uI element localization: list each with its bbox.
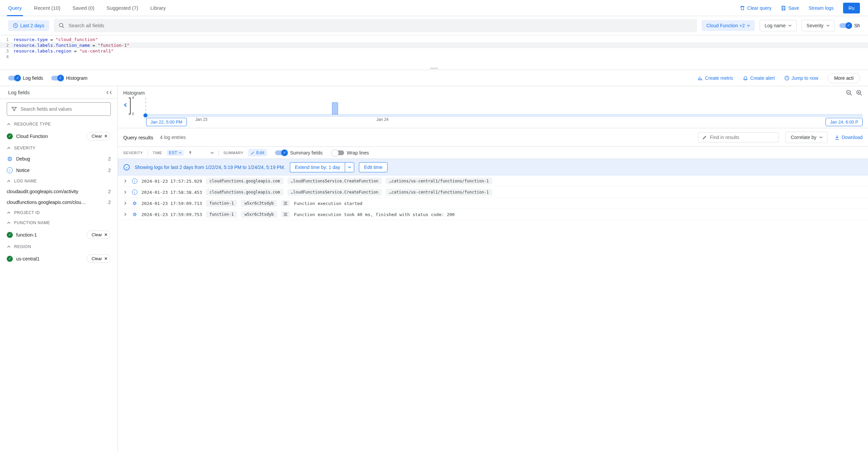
field-cloud-function[interactable]: ✓ Cloud Function Clear✕ bbox=[0, 129, 118, 143]
severity-dropdown[interactable]: Severity bbox=[801, 20, 835, 31]
histogram-toggle[interactable]: Histogram bbox=[51, 75, 88, 81]
search-all-fields[interactable] bbox=[54, 19, 697, 32]
expand-icon[interactable] bbox=[123, 201, 128, 205]
clear-function-name[interactable]: Clear✕ bbox=[87, 230, 111, 239]
editor-line[interactable]: 2resource.labels.function_name = "functi… bbox=[0, 42, 868, 48]
caret-down-icon[interactable] bbox=[211, 151, 214, 155]
show-query-toggle[interactable]: Sh bbox=[839, 23, 860, 28]
log-timestamp: 2024-01-23 17:59:09.713 bbox=[142, 201, 202, 206]
find-input[interactable] bbox=[710, 135, 774, 140]
sort-asc-icon[interactable] bbox=[188, 151, 192, 155]
log-chip[interactable]: …cations/us-central1/functions/function-… bbox=[386, 189, 492, 196]
tab-recent[interactable]: Recent (10) bbox=[34, 0, 60, 16]
zoom-out-icon[interactable] bbox=[846, 90, 852, 96]
timezone-selector[interactable]: EST bbox=[167, 150, 184, 156]
histogram-end-date[interactable]: Jan 24, 6:00 P bbox=[826, 118, 863, 126]
edit-summary-button[interactable]: Edit bbox=[248, 149, 267, 157]
search-fields-box[interactable] bbox=[7, 102, 111, 116]
log-chip[interactable]: …cations/us-central1/functions/function-… bbox=[386, 178, 492, 185]
editor-line[interactable]: 3resource.labels.region = "us-central1" bbox=[0, 48, 868, 54]
query-editor[interactable]: 1resource.type = "cloud_function"2resour… bbox=[0, 35, 868, 70]
results-title: Query results bbox=[123, 135, 153, 140]
resource-filter-dropdown[interactable]: Cloud Function +2 bbox=[702, 20, 755, 31]
log-message: Function execution started bbox=[294, 201, 363, 206]
info-icon: i bbox=[132, 179, 137, 184]
editor-line[interactable]: 4 bbox=[0, 54, 868, 60]
extend-time-button[interactable]: Extend time by: 1 day bbox=[290, 162, 345, 172]
section-log-name[interactable]: LOG NAME bbox=[0, 176, 118, 186]
log-entry-row[interactable]: 2024-01-23 17:59:09.713function-1 w5xr6c… bbox=[118, 198, 868, 209]
edit-time-button[interactable]: Edit time bbox=[359, 162, 387, 172]
align-icon[interactable] bbox=[281, 212, 290, 218]
tab-library[interactable]: Library bbox=[151, 0, 166, 16]
section-function-name[interactable]: FUNCTION NAME bbox=[0, 218, 118, 228]
field-cloudaudit[interactable]: cloudaudit.googleapis.com/activity 2 bbox=[0, 186, 118, 197]
search-icon bbox=[59, 23, 65, 29]
section-severity[interactable]: SEVERITY bbox=[0, 143, 118, 153]
stream-logs-button[interactable]: Stream logs bbox=[808, 5, 834, 11]
download-icon bbox=[834, 135, 840, 140]
download-button[interactable]: Download bbox=[834, 135, 863, 140]
field-cloudfunctions-log[interactable]: cloudfunctions.googleapis.com/cloud-func… bbox=[0, 197, 118, 208]
collapse-sidebar-button[interactable] bbox=[106, 90, 112, 95]
field-debug[interactable]: Debug 2 bbox=[0, 153, 118, 165]
log-entry-row[interactable]: 2024-01-23 17:59:09.753function-1 w5xr6c… bbox=[118, 209, 868, 220]
tab-saved[interactable]: Saved (0) bbox=[72, 0, 94, 16]
pencil-icon bbox=[251, 151, 255, 155]
expand-icon[interactable] bbox=[123, 213, 128, 217]
expand-icon[interactable] bbox=[123, 190, 128, 194]
clear-resource-type[interactable]: Clear✕ bbox=[87, 132, 111, 140]
log-chip[interactable]: …loudFunctionsService.CreateFunction bbox=[287, 189, 382, 196]
jump-to-now-button[interactable]: Jump to now bbox=[784, 75, 818, 81]
field-function-1[interactable]: ✓ function-1 Clear✕ bbox=[0, 228, 118, 241]
search-fields-input[interactable] bbox=[21, 106, 106, 112]
clear-query-button[interactable]: Clear query bbox=[740, 5, 771, 11]
log-chip[interactable]: function-1 bbox=[206, 211, 237, 218]
expand-icon[interactable] bbox=[123, 179, 128, 183]
save-icon bbox=[781, 5, 786, 11]
more-actions-button[interactable]: More acti bbox=[828, 73, 860, 83]
log-chip[interactable]: w5xr6c3tsdyb bbox=[241, 200, 277, 207]
create-alert-button[interactable]: Create alert bbox=[743, 75, 775, 81]
tab-query[interactable]: Query bbox=[8, 0, 22, 16]
zoom-in-icon[interactable] bbox=[856, 90, 863, 96]
summary-fields-toggle[interactable]: Summary fields bbox=[275, 150, 322, 156]
log-entry-row[interactable]: i2024-01-23 17:58:38.453cloudfunctions.g… bbox=[118, 187, 868, 198]
histogram-chart[interactable]: 4 0 Jan 22, 5:00 PM Jan 23 Jan 24 Jan 24… bbox=[123, 98, 863, 128]
field-notice[interactable]: i Notice 2 bbox=[0, 165, 118, 176]
section-resource-type[interactable]: RESOURCE TYPE bbox=[0, 119, 118, 129]
log-fields-toggle[interactable]: Log fields bbox=[8, 75, 43, 81]
histogram-start-date[interactable]: Jan 22, 5:00 PM bbox=[146, 118, 187, 126]
run-query-button[interactable]: Ru bbox=[843, 3, 860, 13]
debug-icon bbox=[132, 212, 138, 218]
col-summary: SUMMARY bbox=[223, 151, 244, 155]
log-chip[interactable]: cloudfunctions.googleapis.com bbox=[206, 189, 283, 196]
extend-time-dropdown[interactable] bbox=[345, 162, 354, 172]
create-metric-button[interactable]: Create metric bbox=[698, 75, 733, 81]
log-entry-row[interactable]: i2024-01-23 17:57:25.929cloudfunctions.g… bbox=[118, 176, 868, 187]
tab-suggested[interactable]: Suggested (7) bbox=[106, 0, 138, 16]
log-chip[interactable]: cloudfunctions.googleapis.com bbox=[206, 178, 283, 185]
editor-line[interactable]: 1resource.type = "cloud_function" bbox=[0, 37, 868, 42]
time-range-picker[interactable]: Last 2 days bbox=[8, 20, 49, 31]
save-button[interactable]: Save bbox=[781, 5, 799, 11]
histogram-prev[interactable] bbox=[123, 103, 128, 107]
section-project-id[interactable]: PROJECT ID bbox=[0, 208, 118, 218]
info-icon bbox=[123, 164, 130, 171]
correlate-dropdown[interactable]: Correlate by bbox=[785, 132, 827, 143]
log-chip[interactable]: function-1 bbox=[206, 200, 237, 207]
chevron-up-icon bbox=[7, 211, 11, 215]
resize-handle[interactable] bbox=[430, 68, 438, 69]
align-icon[interactable] bbox=[281, 200, 290, 206]
clear-region[interactable]: Clear✕ bbox=[87, 254, 111, 263]
chevron-up-icon bbox=[7, 179, 11, 183]
log-chip[interactable]: …loudFunctionsService.CreateFunction bbox=[287, 178, 382, 185]
log-name-dropdown[interactable]: Log name bbox=[760, 20, 797, 31]
section-region[interactable]: REGION bbox=[0, 241, 118, 252]
field-region-us-central1[interactable]: ✓ us-central1 Clear✕ bbox=[0, 252, 118, 265]
search-input[interactable] bbox=[69, 23, 692, 28]
wrap-lines-toggle[interactable]: Wrap lines bbox=[332, 150, 369, 156]
col-time: TIME bbox=[153, 151, 162, 155]
log-chip[interactable]: w5xr6c3tsdyb bbox=[241, 211, 277, 218]
find-in-results[interactable] bbox=[698, 132, 779, 142]
